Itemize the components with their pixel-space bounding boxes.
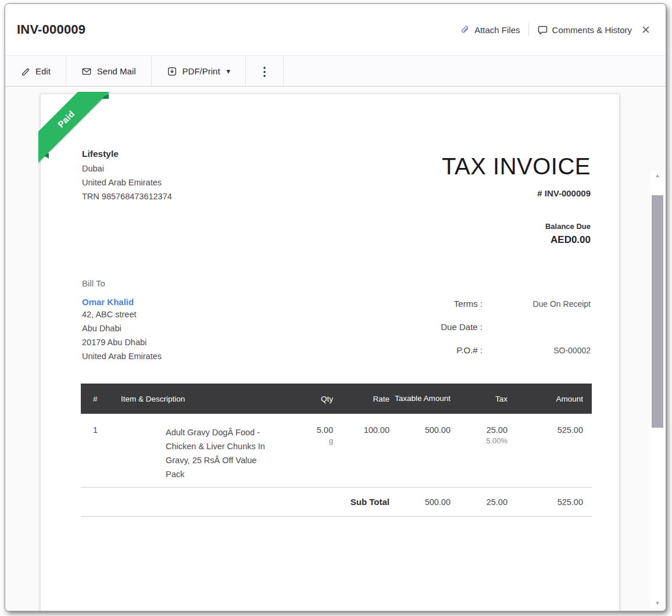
row-tax-rate: 5.00%	[451, 435, 507, 447]
caret-down-icon: ▾	[227, 67, 231, 76]
invoice-meta: Terms : Due On Receipt Due Date : P.O.# …	[265, 299, 591, 368]
balance-due-value: AED0.00	[551, 234, 591, 246]
po-number-label: P.O.# :	[265, 345, 482, 355]
org-name: Lifestyle	[82, 146, 172, 162]
edit-button[interactable]: Edit	[5, 56, 66, 86]
row-taxable-amount: 500.00	[389, 425, 451, 481]
col-item-description: Item & Description	[121, 395, 299, 403]
bill-to-label: Bill To	[82, 277, 162, 290]
meta-row-terms: Terms : Due On Receipt	[265, 299, 591, 322]
org-address-block: Lifestyle Dubai United Arab Emirates TRN…	[82, 146, 172, 203]
row-amount: 525.00	[507, 425, 583, 481]
edit-label: Edit	[35, 66, 51, 76]
scrollbar-thumb[interactable]	[652, 195, 663, 428]
po-number-value: SO-00002	[482, 346, 591, 355]
subtotal-taxable: 500.00	[389, 497, 451, 507]
table-row: 1 Adult Gravy DogÂ Food - Chicken & Live…	[81, 414, 592, 488]
subtotal-row: Sub Total 500.00 25.00 525.00	[81, 488, 592, 517]
org-country: United Arab Emirates	[82, 176, 172, 189]
invoice-number: # INV-000009	[537, 188, 591, 198]
terms-value: Due On Receipt	[482, 299, 591, 309]
row-tax-value: 25.00	[451, 425, 507, 435]
meta-row-due-date: Due Date :	[265, 322, 591, 345]
invoice-paper: Paid Lifestyle Dubai United Arab Emirate…	[40, 94, 620, 611]
comment-bubble-icon	[537, 24, 548, 35]
col-tax: Tax	[451, 395, 507, 403]
comments-history-label: Comments & History	[552, 25, 632, 35]
action-toolbar: Edit Send Mail PDF/Print ▾ ⋮	[5, 56, 666, 87]
bill-to-address-line: 20179 Abu Dhabi	[82, 335, 162, 349]
line-items-table: # Item & Description Qty Rate Taxable Am…	[81, 384, 592, 517]
row-index: 1	[81, 425, 121, 481]
attach-files-label: Attach Files	[474, 25, 520, 35]
row-rate: 100.00	[333, 425, 389, 481]
row-tax: 25.00 5.00%	[451, 425, 507, 481]
header-divider	[528, 23, 529, 36]
meta-row-po: P.O.# : SO-00002	[265, 345, 591, 368]
envelope-icon	[81, 66, 92, 77]
doc-type-title: TAX INVOICE	[442, 152, 591, 180]
due-date-label: Due Date :	[265, 322, 482, 332]
pdf-print-button[interactable]: PDF/Print ▾	[152, 56, 246, 86]
close-icon[interactable]: ✕	[640, 24, 652, 35]
org-city: Dubai	[82, 162, 172, 176]
scroll-down-icon[interactable]: ▼	[650, 599, 664, 608]
subtotal-tax: 25.00	[451, 497, 507, 507]
subtotal-amount: 525.00	[507, 497, 583, 507]
col-qty: Qty	[299, 395, 333, 403]
customer-name-link[interactable]: Omar Khalid	[82, 297, 134, 307]
document-heading: TAX INVOICE # INV-000009 Balance Due AED…	[442, 152, 591, 246]
bill-to-address-line: 42, ABC street	[82, 307, 162, 321]
kebab-icon: ⋮	[259, 66, 270, 77]
comments-history-button[interactable]: Comments & History	[537, 24, 632, 35]
bill-to-address-line: Abu Dhabi	[82, 321, 162, 335]
send-mail-button[interactable]: Send Mail	[66, 56, 152, 86]
pdf-icon	[167, 66, 177, 77]
attach-files-button[interactable]: Attach Files	[459, 24, 520, 35]
pencil-icon	[20, 66, 30, 76]
invoice-detail-window: INV-000009 Attach Files Comments & Histo…	[5, 3, 666, 611]
vertical-scrollbar[interactable]: ▲ ▼	[650, 171, 664, 608]
paperclip-icon	[459, 24, 470, 35]
col-amount: Amount	[507, 395, 583, 403]
balance-due-label: Balance Due	[545, 221, 591, 232]
pdf-print-label: PDF/Print	[183, 66, 220, 76]
document-viewport: Paid Lifestyle Dubai United Arab Emirate…	[5, 87, 666, 611]
row-qty-value: 5.00	[299, 425, 333, 435]
row-item-description: Adult Gravy DogÂ Food - Chicken & Liver …	[121, 425, 299, 481]
row-qty: 5.00 g	[299, 425, 333, 481]
col-rate: Rate	[333, 395, 389, 403]
table-header-row: # Item & Description Qty Rate Taxable Am…	[81, 384, 592, 414]
subtotal-label: Sub Total	[81, 497, 389, 507]
row-qty-unit: g	[299, 435, 333, 447]
send-mail-label: Send Mail	[97, 66, 136, 76]
window-header: INV-000009 Attach Files Comments & Histo…	[5, 4, 666, 56]
bill-to-block: Bill To Omar Khalid 42, ABC street Abu D…	[82, 277, 162, 363]
header-actions: Attach Files Comments & History ✕	[459, 23, 652, 36]
page-title: INV-000009	[17, 22, 85, 37]
scroll-up-icon[interactable]: ▲	[650, 171, 664, 180]
terms-label: Terms :	[265, 299, 482, 309]
org-trn: TRN 985768473612374	[82, 189, 172, 203]
more-actions-button[interactable]: ⋮	[246, 56, 284, 86]
col-taxable-amount: Taxable Amount	[389, 393, 451, 404]
col-index: #	[81, 395, 121, 403]
bill-to-address-line: United Arab Emirates	[82, 349, 162, 363]
